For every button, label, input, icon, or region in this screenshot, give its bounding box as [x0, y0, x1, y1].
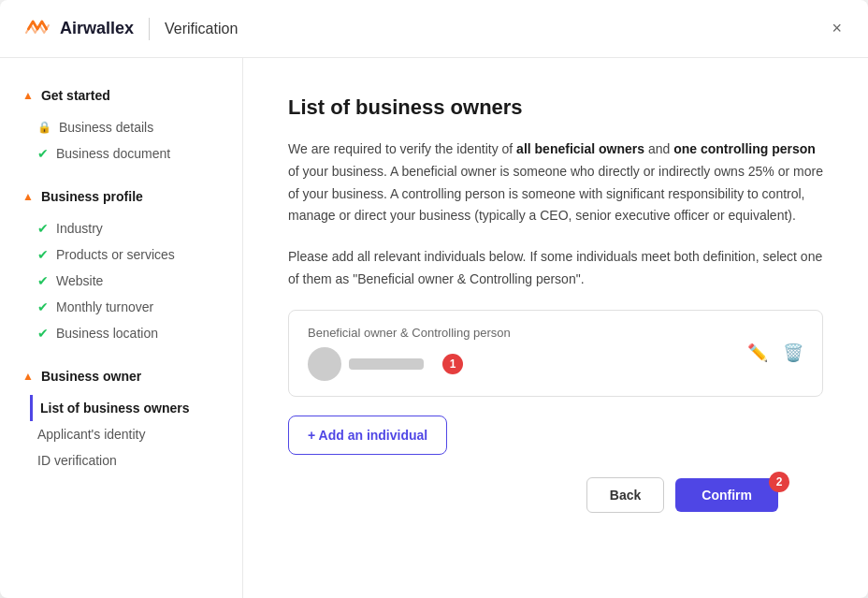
delete-owner-button[interactable]: 🗑️ — [783, 343, 803, 363]
sidebar-section-header-business-profile: ▲ Business profile — [22, 189, 220, 204]
sidebar-item-label: Monthly turnover — [56, 299, 153, 314]
page-title: List of business owners — [288, 95, 823, 120]
description-text-2: and — [644, 141, 673, 156]
description-text-1: We are required to verify the identity o… — [288, 141, 516, 156]
sidebar-item-business-document[interactable]: ✔ Business document — [37, 140, 220, 167]
confirm-badge: 2 — [769, 472, 789, 492]
add-individual-button[interactable]: + Add an individual — [288, 416, 447, 455]
chevron-up-icon-3: ▲ — [22, 370, 34, 383]
sidebar-section-business-owner: ▲ Business owner List of business owners… — [22, 369, 220, 474]
sidebar-item-label: Website — [56, 273, 103, 288]
sidebar-item-label: List of business owners — [40, 401, 189, 416]
sidebar-section-label-business-owner: Business owner — [41, 369, 141, 384]
description-bold-1: all beneficial owners — [516, 141, 644, 156]
owner-avatar — [308, 347, 341, 381]
check-icon: ✔ — [37, 273, 49, 288]
sidebar-item-applicants-identity[interactable]: Applicant's identity — [37, 421, 220, 447]
sidebar-item-label: Business location — [56, 326, 158, 341]
owner-actions: ✏️ 🗑️ — [747, 343, 803, 363]
header-divider — [149, 18, 150, 40]
sidebar-item-business-location[interactable]: ✔ Business location — [37, 320, 220, 346]
sidebar-item-id-verification[interactable]: ID verification — [37, 447, 220, 474]
modal: Airwallex Verification × ▲ Get started 🔒… — [0, 0, 868, 598]
sidebar-item-label: Products or services — [56, 247, 175, 262]
sidebar-section-label-business-profile: Business profile — [41, 189, 143, 204]
chevron-up-icon-2: ▲ — [22, 190, 34, 203]
owner-badge: 1 — [442, 354, 463, 374]
sidebar-items-get-started: 🔒 Business details ✔ Business document — [22, 114, 220, 167]
body: ▲ Get started 🔒 Business details ✔ Busin… — [0, 58, 868, 598]
check-icon: ✔ — [37, 247, 49, 262]
owner-card: Beneficial owner & Controlling person 1 … — [288, 310, 823, 397]
sidebar-item-website[interactable]: ✔ Website — [37, 268, 220, 294]
description-2: Please add all relevant individuals belo… — [288, 246, 823, 291]
description-bold-2: one controlling person — [673, 141, 816, 156]
lock-icon: 🔒 — [37, 121, 51, 134]
sidebar-item-monthly-turnover[interactable]: ✔ Monthly turnover — [37, 294, 220, 320]
owner-avatar-row: 1 — [308, 347, 747, 381]
description-1: We are required to verify the identity o… — [288, 139, 823, 227]
sidebar-item-products-or-services[interactable]: ✔ Products or services — [37, 241, 220, 268]
sidebar-section-label-get-started: Get started — [41, 88, 110, 103]
chevron-up-icon: ▲ — [22, 89, 34, 102]
sidebar-section-header-get-started: ▲ Get started — [22, 88, 220, 103]
back-button[interactable]: Back — [586, 477, 664, 513]
owner-card-label: Beneficial owner & Controlling person — [308, 326, 747, 340]
footer: Back Confirm 2 — [288, 455, 823, 535]
airwallex-logo-icon — [22, 18, 52, 40]
header-title: Verification — [165, 21, 238, 37]
sidebar-item-label: Applicant's identity — [37, 427, 146, 442]
sidebar-section-get-started: ▲ Get started 🔒 Business details ✔ Busin… — [22, 88, 220, 167]
sidebar: ▲ Get started 🔒 Business details ✔ Busin… — [0, 58, 243, 598]
check-icon: ✔ — [37, 326, 49, 341]
header: Airwallex Verification × — [0, 0, 868, 58]
sidebar-item-label: Business details — [59, 120, 153, 135]
sidebar-item-industry[interactable]: ✔ Industry — [37, 215, 220, 241]
logo: Airwallex — [22, 18, 134, 40]
edit-owner-button[interactable]: ✏️ — [747, 343, 768, 363]
main-content: List of business owners We are required … — [243, 58, 868, 598]
sidebar-item-label: Business document — [56, 146, 170, 161]
check-icon: ✔ — [37, 146, 49, 161]
sidebar-item-list-of-business-owners[interactable]: List of business owners — [30, 395, 220, 421]
owner-name-blurred — [349, 358, 424, 370]
sidebar-item-label: Industry — [56, 221, 103, 236]
owner-info: Beneficial owner & Controlling person 1 — [308, 326, 747, 381]
check-icon: ✔ — [37, 299, 49, 314]
sidebar-items-business-profile: ✔ Industry ✔ Products or services ✔ Webs… — [22, 215, 220, 346]
logo-text: Airwallex — [60, 19, 134, 38]
sidebar-item-label: ID verification — [37, 453, 117, 468]
description-text-3: of your business. A beneficial owner is … — [288, 164, 823, 224]
confirm-button[interactable]: Confirm — [675, 478, 778, 512]
sidebar-items-business-owner: List of business owners Applicant's iden… — [22, 395, 220, 474]
close-button[interactable]: × — [828, 15, 846, 42]
sidebar-item-business-details[interactable]: 🔒 Business details — [37, 114, 220, 140]
check-icon: ✔ — [37, 221, 49, 236]
sidebar-section-business-profile: ▲ Business profile ✔ Industry ✔ Products… — [22, 189, 220, 346]
sidebar-section-header-business-owner: ▲ Business owner — [22, 369, 220, 384]
